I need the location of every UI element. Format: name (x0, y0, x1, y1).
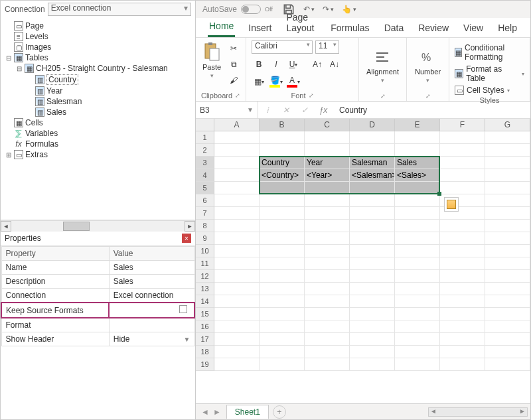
close-properties-button[interactable]: × (182, 234, 191, 243)
cell[interactable] (350, 257, 395, 270)
cell[interactable] (395, 270, 440, 283)
dialog-launcher-icon[interactable]: ⤢ (309, 92, 314, 99)
cell[interactable] (395, 182, 440, 194)
prop-row-keep-source-formats[interactable]: Keep Source Formats (1, 303, 194, 318)
sheet-nav-last[interactable]: ► (213, 407, 221, 417)
copy-button[interactable]: ⧉ (226, 58, 241, 71)
cell[interactable] (440, 346, 485, 358)
scroll-right-icon[interactable]: ► (185, 221, 195, 232)
cell[interactable] (485, 346, 530, 358)
cell[interactable] (305, 308, 350, 320)
row-header[interactable]: 16 (196, 320, 214, 333)
cell[interactable] (485, 245, 530, 257)
cell[interactable] (485, 169, 530, 182)
cell[interactable] (440, 270, 485, 283)
cell[interactable] (305, 232, 350, 245)
cell[interactable]: Salesman (350, 157, 395, 169)
tree-h-scrollbar[interactable]: ◄ ► (1, 220, 195, 231)
cell[interactable] (440, 358, 485, 371)
cell[interactable] (350, 131, 395, 144)
scroll-left-icon[interactable]: ◄ (1, 221, 11, 232)
tab-data[interactable]: Data (383, 20, 406, 37)
cell[interactable]: <Salesman> (350, 169, 395, 182)
sheet-nav-first[interactable]: ◄ (201, 407, 209, 417)
cell[interactable] (485, 131, 530, 144)
cell[interactable] (214, 169, 260, 182)
tree-col-salesman[interactable]: ▥Salesman (26, 96, 194, 107)
cell[interactable] (350, 245, 395, 257)
paste-options-button[interactable] (444, 197, 459, 212)
prop-row-name[interactable]: NameSales (1, 261, 194, 275)
cell[interactable] (485, 270, 530, 283)
cell[interactable] (485, 207, 530, 220)
cell[interactable] (305, 270, 350, 283)
cell[interactable] (260, 270, 305, 283)
col-header[interactable]: A (214, 119, 260, 131)
row-header[interactable]: 4 (196, 169, 214, 182)
cell[interactable] (350, 346, 395, 358)
tree-variables[interactable]: ⅀Variables (5, 128, 194, 139)
italic-button[interactable]: I (269, 58, 283, 71)
cell[interactable] (305, 320, 350, 333)
cell[interactable] (440, 295, 485, 308)
new-sheet-button[interactable]: + (273, 405, 286, 419)
cell[interactable] (395, 346, 440, 358)
cell[interactable] (395, 308, 440, 320)
tab-home[interactable]: Home (208, 18, 235, 37)
connection-select[interactable]: Excel connection (48, 3, 191, 16)
cell[interactable] (260, 358, 305, 371)
cancel-formula-button[interactable]: ✕ (277, 105, 295, 115)
cell[interactable] (440, 283, 485, 295)
cell[interactable] (214, 157, 260, 169)
cell[interactable] (260, 257, 305, 270)
tree-page[interactable]: ▭Page (5, 21, 194, 31)
cell[interactable] (440, 144, 485, 157)
cell[interactable] (485, 308, 530, 320)
enter-formula-button[interactable]: ✓ (295, 105, 314, 115)
select-all-corner[interactable] (196, 119, 214, 131)
row-header[interactable]: 13 (196, 283, 214, 295)
scroll-thumb[interactable] (63, 222, 90, 231)
cell[interactable] (350, 220, 395, 232)
chevron-down-icon[interactable]: ▼ (184, 336, 190, 343)
cell[interactable] (260, 131, 305, 144)
col-header[interactable]: D (350, 119, 395, 131)
cell[interactable] (485, 157, 530, 169)
row-header[interactable]: 1 (196, 131, 214, 144)
cell[interactable] (214, 358, 260, 371)
name-box[interactable]: B3▼ (196, 102, 258, 118)
cell[interactable] (395, 320, 440, 333)
tab-insert[interactable]: Insert (247, 20, 273, 37)
prop-row-format[interactable]: Format (1, 318, 194, 332)
cell[interactable] (305, 358, 350, 371)
dialog-launcher-icon[interactable]: ⤢ (380, 93, 386, 100)
row-header[interactable]: 3 (196, 157, 214, 169)
cell[interactable] (350, 182, 395, 194)
tab-help[interactable]: Help (496, 20, 518, 37)
cell[interactable] (395, 257, 440, 270)
row-header[interactable]: 8 (196, 220, 214, 232)
tab-view[interactable]: View (462, 20, 485, 37)
cut-button[interactable]: ✂ (226, 42, 241, 55)
cell[interactable] (440, 257, 485, 270)
touch-mode-button[interactable]: 👆▾ (342, 3, 356, 16)
cell[interactable] (305, 346, 350, 358)
underline-button[interactable]: U▾ (286, 58, 301, 71)
col-header[interactable]: G (485, 119, 530, 131)
cell[interactable] (260, 283, 305, 295)
cell[interactable] (305, 295, 350, 308)
cell[interactable] (395, 131, 440, 144)
cell[interactable] (260, 320, 305, 333)
cell[interactable] (214, 308, 260, 320)
cell[interactable] (214, 295, 260, 308)
col-header[interactable]: B (260, 119, 305, 131)
tree-col-country[interactable]: ▥Country (26, 74, 194, 86)
cell[interactable] (440, 131, 485, 144)
cell[interactable] (214, 232, 260, 245)
cell[interactable] (485, 283, 530, 295)
row-header[interactable]: 2 (196, 144, 214, 157)
row-header[interactable]: 12 (196, 270, 214, 283)
cell[interactable] (440, 220, 485, 232)
cell[interactable]: Year (305, 157, 350, 169)
tree-extras[interactable]: ⊞▭Extras (5, 149, 194, 160)
